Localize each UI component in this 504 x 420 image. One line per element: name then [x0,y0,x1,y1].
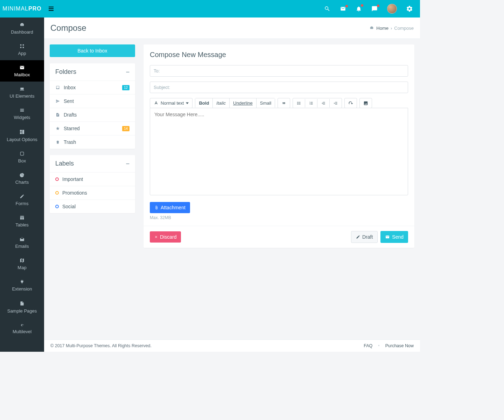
draft-button[interactable]: Draft [351,231,378,243]
label-social[interactable]: Social [50,200,135,213]
brand[interactable]: MINIMALPRO [0,6,44,12]
send-label: Send [392,234,404,240]
map-icon [19,258,25,263]
folders-list: Inbox 12 Sent Drafts Starred 14 [50,81,135,149]
folders-panel: Folders − Inbox 12 Sent Drafts [50,63,135,149]
sidebar-label: Layout Options [1,137,43,142]
labels-panel: Labels − Important Promotions Social [50,155,135,213]
menu-toggle[interactable] [44,6,58,12]
underline-button[interactable]: Underline [230,98,257,108]
quote-button[interactable] [278,98,290,108]
send-button[interactable]: Send [380,231,408,243]
messages-button[interactable] [340,6,346,12]
ul-button[interactable] [293,99,305,107]
style-label: Normal text [161,100,184,106]
top-header: MINIMALPRO [0,0,420,18]
sidebar-item-forms[interactable]: Forms [0,189,44,210]
sidebar-label: Dashboard [1,29,43,35]
collapse-icon[interactable]: − [126,70,130,74]
svg-rect-16 [310,102,313,102]
content: Back to Inbox Folders − Inbox 12 Sent [44,39,420,253]
label-dot-icon [55,191,59,195]
text-style-group: Bold Italic Underline Small [195,98,275,108]
attachment-button[interactable]: Attachment [150,202,190,213]
pencil-icon [356,235,360,239]
labels-title: Labels [55,160,74,167]
search-icon [324,6,330,12]
label-promotions[interactable]: Promotions [50,186,135,200]
notifications-button[interactable] [356,5,362,12]
settings-button[interactable] [406,5,413,12]
label-important[interactable]: Important [50,173,135,186]
sidebar-label: Extension [1,286,43,292]
folder-drafts[interactable]: Drafts [50,108,135,121]
avatar[interactable] [387,4,397,14]
collapse-icon[interactable]: − [126,162,130,166]
folder-badge: 12 [122,85,130,90]
discard-button[interactable]: Discard [150,231,181,243]
folder-label: Trash [64,139,76,145]
outdent-button[interactable] [317,99,330,107]
sidebar-label: Tables [1,222,43,227]
sidebar-item-tables[interactable]: Tables [0,210,44,232]
sidebar-item-dashboard[interactable]: Dashboard [0,18,44,39]
draft-label: Draft [362,234,373,240]
ol-button[interactable]: 123 [305,99,317,107]
sidebar-label: Multilevel [1,329,43,334]
sidebar: Dashboard App Mailbox UI Elements Widget… [0,18,44,352]
sidebar-item-emails[interactable]: Emails [0,232,44,253]
folder-inbox[interactable]: Inbox 12 [50,81,135,94]
sidebar-item-layout[interactable]: Layout Options [0,124,44,146]
brand-accent: PRO [28,6,42,12]
label-dot-icon [55,177,59,181]
folder-trash[interactable]: Trash [50,135,135,149]
sidebar-item-extension[interactable]: Extension [0,274,44,296]
style-dropdown[interactable]: Normal text [150,98,192,108]
messages-indicator [345,5,348,7]
svg-rect-17 [310,103,313,103]
folder-starred[interactable]: Starred 14 [50,121,135,135]
sidebar-item-charts[interactable]: Charts [0,168,44,189]
folder-label: Sent [64,98,74,104]
hamburger-icon [49,7,54,11]
subject-input[interactable] [150,82,408,93]
to-input[interactable] [150,65,408,77]
folders-header: Folders − [50,63,135,81]
svg-rect-2 [49,10,54,11]
label-text: Important [62,176,83,182]
sidebar-item-map[interactable]: Map [0,253,44,274]
send-icon [55,99,60,103]
layout-icon [19,129,25,135]
folder-sent[interactable]: Sent [50,94,135,108]
sidebar-item-ui-elements[interactable]: UI Elements [0,82,44,103]
brand-base: MINIMAL [2,6,28,12]
footer-sep: • [378,343,379,348]
search-button[interactable] [324,6,330,12]
outdent-icon [321,101,326,105]
redo-button[interactable] [344,98,357,108]
purchase-link[interactable]: Purchase Now [385,343,414,348]
indent-button[interactable] [330,99,342,107]
mail-sidebar: Back to Inbox Folders − Inbox 12 Sent [50,44,135,213]
sidebar-item-app[interactable]: App [0,39,44,60]
message-body[interactable] [150,108,408,195]
compose-panel: Compose New Message Normal text Bold Ita… [144,44,414,248]
faq-link[interactable]: FAQ [364,343,372,348]
small-button[interactable]: Small [257,98,275,108]
sidebar-item-sample[interactable]: Sample Pages [0,296,44,318]
label-dot-icon [55,205,59,208]
sidebar-label: Forms [1,201,43,206]
sidebar-item-multilevel[interactable]: Multilevel [0,318,44,338]
page-title: Compose [50,23,86,33]
bold-button[interactable]: Bold [195,98,213,108]
sidebar-item-box[interactable]: Box [0,146,44,168]
svg-point-7 [297,102,298,103]
italic-button[interactable]: Italic [213,98,230,108]
chat-button[interactable] [371,6,378,12]
sidebar-item-mailbox[interactable]: Mailbox [0,60,44,82]
sidebar-item-widgets[interactable]: Widgets [0,103,44,124]
back-to-inbox-button[interactable]: Back to Inbox [50,44,135,57]
image-button[interactable] [359,98,372,108]
svg-rect-5 [20,111,24,112]
breadcrumb-home[interactable]: Home [376,26,388,31]
